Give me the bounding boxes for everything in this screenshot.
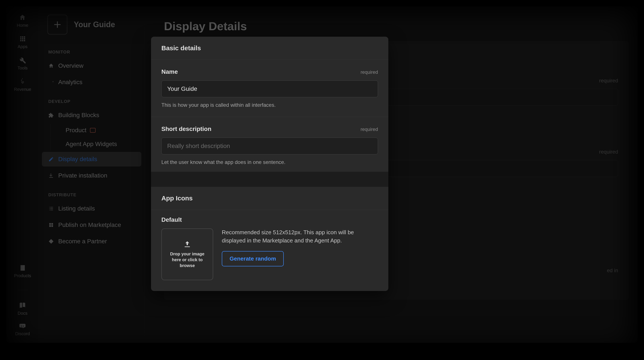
home-icon [48,63,54,68]
pencil-icon [48,156,54,162]
rail-item-tools[interactable]: Tools [18,56,28,70]
rail-item-apps[interactable]: Apps [18,35,28,49]
page-title: Display Details [164,20,618,33]
rail-label-docs: Docs [18,311,28,316]
modal-heading-basic: Basic details [151,37,388,60]
upload-icon [184,240,191,248]
rail-label-apps: Apps [18,44,28,49]
generate-random-button[interactable]: Generate random [222,251,284,266]
icon-dropzone[interactable]: Drop your image here or click to browse [162,228,213,280]
shortdesc-required: required [360,126,378,132]
display-details-modal: Basic details Name required This is how … [151,37,388,291]
name-input[interactable] [162,80,378,97]
rail-item-discord[interactable]: Discord [15,322,30,336]
rail-label-products: Products [14,273,31,278]
puzzle-icon [48,112,54,118]
nav-display-details-label: Display details [58,156,97,163]
nav-building-blocks-label: Building Blocks [58,112,99,119]
nav-analytics[interactable]: Analytics [42,75,141,90]
shortdesc-input[interactable] [162,138,378,154]
nav-overview[interactable]: Overview [42,58,141,73]
nav-publish[interactable]: Publish on Marketplace [42,218,141,232]
rail-item-products[interactable]: Products [14,264,31,278]
nav-display-details[interactable]: Display details [42,152,141,166]
name-label: Name [162,68,178,75]
subnav-agent-widgets[interactable]: Agent App Widgets [50,138,141,150]
nav-listing-details[interactable]: Listing details [42,201,141,216]
rail-label-tools: Tools [18,66,28,70]
rail-label-discord: Discord [15,331,30,336]
modal-gap [151,172,388,187]
sidebar-title: Your Guide [74,20,115,29]
list-icon [48,206,54,212]
discord-icon [19,322,26,330]
section-label-distribute: DISTRIBUTE [39,184,144,200]
sidebar: Your Guide MONITOR Overview Analytics DE… [39,6,144,343]
rail-label-home: Home [17,23,28,28]
icons-default-label: Default [162,216,378,223]
name-help: This is how your app is called within al… [162,102,378,108]
subnav-agent-widgets-label: Agent App Widgets [66,141,117,148]
apps-icon [19,35,26,42]
modal-separator-1 [151,117,388,117]
modal-heading-icons: App Icons [151,187,388,210]
icon-description: Recommended size 512x512px. This app ico… [222,228,378,244]
plus-icon [53,20,62,29]
grid-icon [48,222,54,228]
rail-label-revenue: Revenue [14,87,31,92]
subnav-product[interactable]: Product [50,124,141,137]
nav-partner[interactable]: Become a Partner [42,234,141,249]
subnav-product-label: Product [66,127,86,134]
dollar-icon [19,78,26,85]
shortdesc-help: Let the user know what the app does in o… [162,159,378,165]
trend-icon [48,80,54,85]
add-app-button[interactable] [48,15,67,34]
diamond-icon [48,238,54,244]
nav-listing-details-label: Listing details [58,205,95,212]
wrench-icon [19,56,26,64]
shortdesc-label: Short description [162,126,212,132]
nav-overview-label: Overview [58,62,84,69]
nav-partner-label: Become a Partner [58,238,107,245]
dropzone-text: Drop your image here or click to browse [165,251,209,268]
nav-building-blocks[interactable]: Building Blocks [42,108,141,122]
section-label-monitor: MONITOR [39,41,144,58]
section-label-develop: DEVELOP [39,90,144,107]
nav-private-install-label: Private installation [58,172,107,179]
nav-publish-label: Publish on Marketplace [58,222,121,228]
nav-analytics-label: Analytics [58,79,82,86]
download-icon [48,173,54,178]
rail-item-home[interactable]: Home [17,14,28,28]
home-icon [19,14,26,21]
rail-item-docs[interactable]: Docs [18,302,28,316]
chat-badge-icon [90,128,96,133]
rail-item-revenue[interactable]: Revenue [14,78,31,92]
name-required: required [360,70,378,75]
note-icon [19,264,26,272]
nav-private-install[interactable]: Private installation [42,168,141,183]
book-icon [19,302,26,309]
nav-rail: Home Apps Tools Revenue Products [6,6,39,343]
